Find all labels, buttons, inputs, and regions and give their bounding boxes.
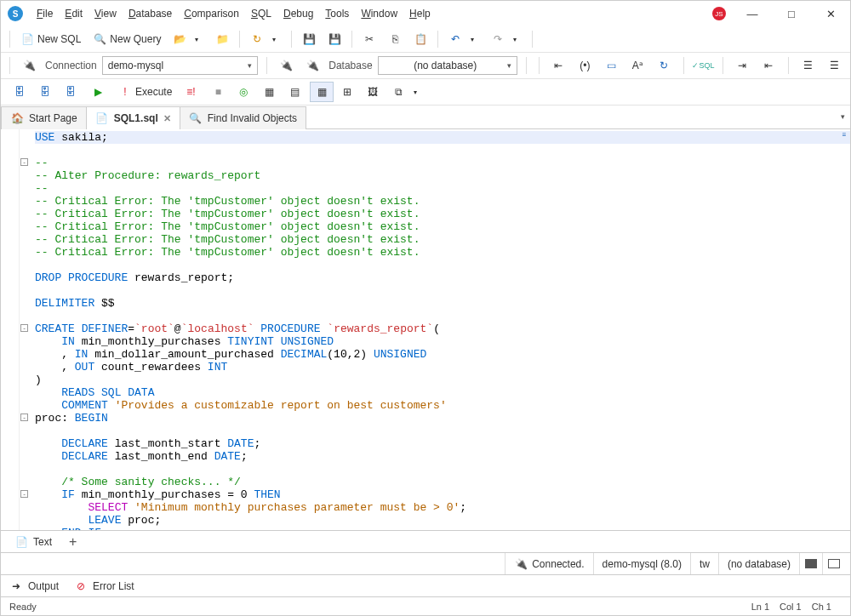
text-tab[interactable]: 📄Text <box>6 533 60 551</box>
minimize-button[interactable]: — <box>740 8 765 20</box>
new-folder-button[interactable]: 📁 <box>210 29 234 49</box>
menu-help[interactable]: Help <box>404 4 436 23</box>
panel-icon: ▭ <box>604 59 618 72</box>
redo-icon: ↷ <box>491 32 505 46</box>
paste-button[interactable]: 📋 <box>408 29 432 49</box>
menu-database[interactable]: Database <box>123 4 177 23</box>
menu-comparison[interactable]: Comparison <box>179 4 244 23</box>
execute-current-button[interactable]: ≡! <box>179 82 203 102</box>
editor[interactable]: USE sakila; ---- Alter Procedure: reward… <box>1 129 850 530</box>
refresh-button[interactable]: ↻ <box>654 55 675 76</box>
target-button[interactable]: ◎ <box>231 82 255 102</box>
layout1-button[interactable] <box>799 553 822 574</box>
grid-s-icon: ▦ <box>262 85 276 99</box>
sql-check-icon: ✓SQL <box>696 59 710 72</box>
plug-icon: 🔌 <box>22 59 36 72</box>
plug3-button[interactable]: 🔌 <box>302 55 323 76</box>
undo-button[interactable]: ↶▾ <box>443 29 484 49</box>
add-tab-button[interactable]: + <box>60 532 85 552</box>
outdent-button[interactable]: ⇤ <box>548 55 569 76</box>
output-tab[interactable]: ➜Output <box>9 579 59 593</box>
home-icon: 🏠 <box>10 111 24 125</box>
layer-icon: ⧉ <box>391 85 405 99</box>
window-button[interactable]: ▭ <box>601 55 622 76</box>
col-label: Col 1 <box>780 602 802 612</box>
schema-button[interactable]: ⊞ <box>335 82 359 102</box>
stop-button[interactable]: ■ <box>206 82 230 102</box>
document-tabs: 🏠Start Page📄SQL1.sql✕🔍Find Invalid Objec… <box>1 106 850 129</box>
status-ready-bar: Ready Ln 1 Col 1 Ch 1 <box>1 596 850 615</box>
reload-icon: ↻ <box>250 32 264 46</box>
maximize-button[interactable]: □ <box>779 8 804 20</box>
db-blue-icon: 🗄 <box>13 85 26 99</box>
indent-dec-button[interactable]: ⇤ <box>758 55 780 76</box>
save-all-button[interactable]: 💾 <box>323 29 346 49</box>
fold-marker[interactable]: - <box>20 324 28 332</box>
save-button[interactable]: 💾 <box>297 29 321 49</box>
tab-start-page[interactable]: 🏠Start Page <box>1 106 87 129</box>
db-exec1-button[interactable]: 🗄 <box>8 82 31 102</box>
execute-button[interactable]: !Execute <box>113 82 177 102</box>
menu-file[interactable]: File <box>31 4 58 23</box>
menu-view[interactable]: View <box>89 4 122 23</box>
menu-window[interactable]: Window <box>356 4 403 23</box>
output-panel-tabs: ➜Output ⊘Error List <box>1 574 850 596</box>
code-area[interactable]: USE sakila; ---- Alter Procedure: reward… <box>20 129 850 530</box>
layer-button[interactable]: ⧉▾ <box>386 82 427 102</box>
plug-green-icon: 🔌 <box>514 557 528 571</box>
menu-sql[interactable]: SQL <box>246 4 277 23</box>
connection-combo[interactable]: demo-mysql▾ <box>102 56 258 75</box>
new-sql-label: New SQL <box>37 33 81 45</box>
param-button[interactable]: (•) <box>574 55 596 76</box>
sql-icon: 📄 <box>95 111 109 125</box>
new-sql-button[interactable]: 📄New SQL <box>15 29 86 49</box>
connection-value: demo-mysql <box>108 60 163 71</box>
case-icon: Aᵃ <box>631 59 644 72</box>
sql-check-button[interactable]: ✓SQL <box>693 55 714 76</box>
param-icon: (•) <box>578 59 591 72</box>
new-query-label: New Query <box>110 33 161 45</box>
grid-act-icon: ▦ <box>315 85 328 99</box>
indent-inc-icon: ⇥ <box>735 59 749 72</box>
case-button[interactable]: Aᵃ <box>627 55 648 76</box>
fold-marker[interactable]: - <box>20 414 28 421</box>
database-combo[interactable]: (no database)▾ <box>378 56 517 75</box>
run-button[interactable]: ▶ <box>86 82 110 102</box>
fold-marker[interactable]: - <box>20 490 28 498</box>
menu-tools[interactable]: Tools <box>320 4 354 23</box>
image-button[interactable]: 🖼 <box>361 82 385 102</box>
copy-button[interactable]: ⎘ <box>383 29 407 49</box>
indent-left-icon: ⇤ <box>551 59 565 72</box>
error-list-tab[interactable]: ⊘Error List <box>74 579 134 593</box>
grid-arrow-button[interactable]: ▤ <box>283 82 306 102</box>
redo-button[interactable]: ↷▾ <box>486 29 527 49</box>
database-value: (no database) <box>414 60 477 71</box>
db-exec3-button[interactable]: 🗄 <box>59 82 83 102</box>
layout2-button[interactable] <box>822 553 845 574</box>
titlebar: S FileEditViewDatabaseComparisonSQLDebug… <box>1 1 850 26</box>
grid-small-button[interactable]: ▦ <box>257 82 281 102</box>
grid-active-button[interactable]: ▦ <box>310 82 334 102</box>
list-button[interactable]: ☰ <box>797 55 819 76</box>
cut-button[interactable]: ✂ <box>357 29 381 49</box>
fold-marker[interactable]: - <box>20 158 28 166</box>
tab-sql1-sql[interactable]: 📄SQL1.sql✕ <box>86 106 180 129</box>
menu-edit[interactable]: Edit <box>60 4 88 23</box>
new-query-button[interactable]: 🔍New Query <box>88 29 166 49</box>
indent-inc-button[interactable]: ⇥ <box>732 55 753 76</box>
overview-ruler: ≡ <box>840 129 848 530</box>
tabs-dropdown-icon[interactable]: ▾ <box>841 112 845 121</box>
close-button[interactable]: ✕ <box>818 8 843 20</box>
plug2-button[interactable]: 🔌 <box>276 55 297 76</box>
reload-button[interactable]: ↻▾ <box>245 29 286 49</box>
schema-icon: ⊞ <box>340 85 354 99</box>
open-button[interactable]: 📂▾ <box>168 29 208 49</box>
tab-close-icon[interactable]: ✕ <box>163 113 171 124</box>
menubar: FileEditViewDatabaseComparisonSQLDebugTo… <box>31 4 712 23</box>
tab-find-invalid-objects[interactable]: 🔍Find Invalid Objects <box>180 106 306 129</box>
menu-debug[interactable]: Debug <box>278 4 318 23</box>
db-exec2-button[interactable]: 🗄 <box>33 82 57 102</box>
conn-icon-button[interactable]: 🔌 <box>19 55 40 76</box>
list2-button[interactable]: ☰ <box>824 55 845 76</box>
save-icon: 💾 <box>302 32 316 46</box>
